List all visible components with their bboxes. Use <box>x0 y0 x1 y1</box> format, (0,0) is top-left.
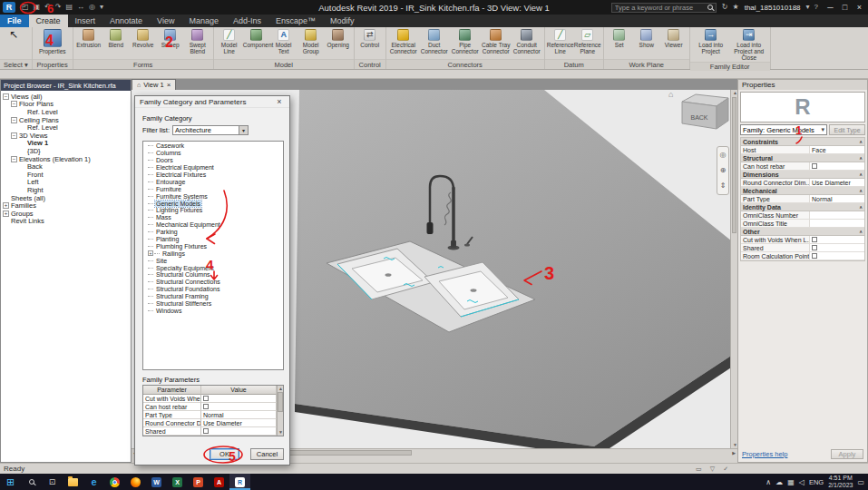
panel-label-control[interactable]: Control <box>355 59 385 69</box>
tree-node-views-all[interactable]: −Views (all) <box>1 93 131 101</box>
network-icon[interactable]: ▦ <box>787 478 795 486</box>
swept-blend-button[interactable]: Swept Blend <box>184 28 211 54</box>
hidden-icons-arrow[interactable]: ∧ <box>766 478 771 486</box>
type-preview[interactable]: R <box>740 92 865 122</box>
expand-icon[interactable]: + <box>3 202 9 209</box>
onedrive-icon[interactable]: ☁ <box>775 478 783 486</box>
word-icon[interactable]: W <box>146 474 167 490</box>
property-group-identity-data[interactable]: Identity Data∧ <box>741 203 864 211</box>
expand-icon[interactable]: + <box>148 250 153 256</box>
tab-manage[interactable]: Manage <box>181 15 226 27</box>
clock[interactable]: 4:51 PM2/1/2023 <box>828 475 853 489</box>
category-specialty-equipment[interactable]: Specialty Equipment <box>143 264 283 271</box>
category-doors[interactable]: Doors <box>143 157 283 164</box>
search-icon[interactable] <box>21 474 42 490</box>
panel-label-select[interactable]: Select ▾ <box>0 59 32 69</box>
chevron-down-icon[interactable]: ▾ <box>239 126 248 134</box>
volume-icon[interactable]: ◁ <box>799 478 805 486</box>
component-button[interactable]: Component <box>243 28 270 48</box>
zoom-icon[interactable]: ⊕ <box>720 167 727 174</box>
scroll-up-icon[interactable]: ▲ <box>278 387 283 391</box>
tab-insert[interactable]: Insert <box>68 15 103 27</box>
extrusion-button[interactable]: Extrusion <box>75 28 102 48</box>
user-dropdown-icon[interactable]: ▾ <box>805 0 812 15</box>
category-electrical-fixtures[interactable]: Electrical Fixtures <box>143 172 283 179</box>
tab-annotate[interactable]: Annotate <box>102 15 150 27</box>
category-mechanical-equipment[interactable]: Mechanical Equipment <box>143 221 283 229</box>
category-list[interactable]: CaseworkColumnsDoorsElectrical Equipment… <box>142 141 284 370</box>
tree-node-view-1[interactable]: View 1 <box>1 140 131 148</box>
model-line-button[interactable]: ╱Model Line <box>216 28 243 54</box>
properties-help-link[interactable]: Properties help <box>742 450 787 458</box>
tree-node-3d[interactable]: {3D} <box>1 147 131 155</box>
collapse-icon[interactable]: ∧ <box>859 204 863 210</box>
redo-icon[interactable]: ↷ <box>54 0 63 15</box>
panel-label-work-plane[interactable]: Work Plane <box>604 59 689 69</box>
start-icon[interactable]: ⊞ <box>0 474 21 490</box>
filter-list-dropdown[interactable]: Architecture ▾ <box>172 125 249 135</box>
panel-label-properties[interactable]: Properties <box>33 59 73 69</box>
collapse-icon[interactable]: ∧ <box>859 155 863 161</box>
tab-modify[interactable]: Modify <box>323 15 362 27</box>
sweep-button[interactable]: Sweep <box>157 28 184 48</box>
select-arrow-icon-button[interactable]: ↖ <box>2 28 25 42</box>
category-furniture[interactable]: Furniture <box>143 185 283 192</box>
category-plumbing-fixtures[interactable]: Plumbing Fixtures <box>143 242 283 250</box>
tab-add-ins[interactable]: Add-Ins <box>226 15 268 27</box>
viewcube-face-label[interactable]: BACK <box>690 114 707 121</box>
collapse-icon[interactable]: ∧ <box>859 229 863 234</box>
collapse-icon[interactable]: − <box>11 117 17 123</box>
collapse-icon[interactable]: ∧ <box>859 188 863 193</box>
tree-node-back[interactable]: Back <box>1 162 131 171</box>
steering-wheel-icon[interactable]: ◎ <box>720 152 727 159</box>
open-icon[interactable]: ◰ <box>20 0 31 15</box>
scroll-right-icon[interactable]: ▶ <box>732 451 736 456</box>
category-entourage[interactable]: Entourage <box>143 178 283 185</box>
property-group-other[interactable]: Other∧ <box>741 228 864 236</box>
tab-file[interactable]: File <box>0 15 29 27</box>
category-casework[interactable]: Casework <box>143 142 283 150</box>
category-mass[interactable]: Mass <box>143 214 283 221</box>
edit-type-button[interactable]: Edit Type <box>829 124 865 135</box>
panel-label-connectors[interactable]: Connectors <box>386 59 544 69</box>
checkbox-room-calculation-point[interactable] <box>812 253 817 259</box>
task-view-icon[interactable]: ⊡ <box>42 474 63 490</box>
edge-icon[interactable]: e <box>83 474 104 490</box>
scroll-down-icon[interactable]: ▼ <box>278 430 283 435</box>
tree-node-3d-views[interactable]: −3D Views <box>1 132 131 140</box>
search-icon[interactable] <box>707 5 713 10</box>
search-box[interactable]: Type a keyword or phrase <box>611 3 717 13</box>
print-icon[interactable]: ▤ <box>64 0 75 15</box>
tab-enscape[interactable]: Enscape™ <box>268 15 323 27</box>
powerpoint-icon[interactable]: P <box>188 474 209 490</box>
category-furniture-systems[interactable]: Furniture Systems <box>143 192 283 200</box>
opening-button[interactable]: Opening <box>325 28 352 48</box>
firefox-icon[interactable] <box>125 474 146 490</box>
expand-icon[interactable]: + <box>3 211 9 217</box>
category-planting[interactable]: Planting <box>143 236 283 243</box>
category-windows[interactable]: Windows <box>143 307 283 314</box>
property-group-structural[interactable]: Structural∧ <box>741 154 864 162</box>
load-into-project-and-close-button[interactable]: ⇥Load into Project and Close <box>730 28 768 61</box>
panel-label-model[interactable]: Model <box>214 59 354 69</box>
tree-node-right[interactable]: Right <box>1 186 131 194</box>
model-group-button[interactable]: Model Group <box>297 28 325 54</box>
collapse-icon[interactable]: ∧ <box>859 139 863 144</box>
favorites-icon[interactable]: ★ <box>731 0 741 15</box>
viewcube-home-icon[interactable]: ⌂ <box>668 90 673 99</box>
acrobat-icon[interactable]: A <box>209 474 229 490</box>
action-center-icon[interactable]: ▭ <box>857 478 864 486</box>
sync-icon[interactable]: ↻ <box>720 0 730 15</box>
viewer-button[interactable]: Viewer <box>660 28 688 48</box>
tree-node-revit-links[interactable]: Revit Links <box>1 218 131 226</box>
minimize-icon[interactable]: ─ <box>824 0 837 15</box>
reference-plane-button[interactable]: ▱Reference Plane <box>574 28 601 54</box>
collapse-icon[interactable]: − <box>11 132 17 139</box>
category-electrical-equipment[interactable]: Electrical Equipment <box>143 164 283 172</box>
measure-icon[interactable]: ↔ <box>75 0 86 15</box>
category-parking[interactable]: Parking <box>143 229 283 236</box>
tree-node-elevations-elevation-1[interactable]: −Elevations (Elevation 1) <box>1 155 131 163</box>
show-button[interactable]: Show <box>633 28 660 48</box>
category-columns[interactable]: Columns <box>143 150 283 157</box>
language-indicator[interactable]: ENG <box>809 478 824 486</box>
